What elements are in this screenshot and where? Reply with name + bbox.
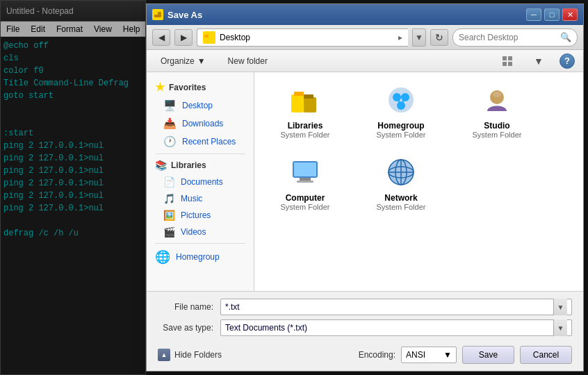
homegroup-large-icon <box>384 83 418 117</box>
libraries-item-name: Libraries <box>288 121 323 131</box>
organize-label: Organize <box>161 56 195 66</box>
address-field[interactable]: Desktop ▸ <box>197 28 408 47</box>
minimize-button[interactable]: ─ <box>526 8 541 21</box>
action-row: ▲ Hide Folders Encoding: ANSI ▼ Save Can… <box>158 340 572 364</box>
nav-item-downloads[interactable]: 📥 Downloads <box>147 115 254 133</box>
favorites-star-icon: ★ <box>155 81 165 94</box>
svg-rect-24 <box>297 181 313 183</box>
dialog-main: ★ Favorites 🖥️ Desktop 📥 Downloads 🕐 Rec… <box>147 72 583 291</box>
svg-rect-3 <box>204 35 209 38</box>
libraries-large-icon <box>288 83 322 117</box>
svg-rect-5 <box>508 56 512 60</box>
nav-item-music[interactable]: 🎵 Music <box>147 190 254 207</box>
encoding-dropdown-arrow: ▼ <box>443 350 452 360</box>
nav-item-documents[interactable]: 📄 Documents <box>147 174 254 190</box>
homegroup-icon: 🌐 <box>155 249 170 265</box>
dialog-toolbar: Organize ▼ New folder ▼ ? <box>147 50 583 72</box>
file-item-network[interactable]: Network System Folder <box>356 150 446 217</box>
network-large-icon <box>384 156 418 189</box>
homegroup-item-name: Homegroup <box>377 121 424 131</box>
studio-large-icon <box>480 83 514 117</box>
titlebar-buttons: ─ □ ✕ <box>526 8 578 21</box>
encoding-label: Encoding: <box>359 350 395 360</box>
file-panel: Libraries System Folder Homegro <box>254 72 583 291</box>
address-bar: ◀ ▶ Desktop ▸ ▼ ↻ 🔍 <box>147 25 583 50</box>
svg-rect-8 <box>291 94 304 112</box>
encoding-select[interactable]: ANSI ▼ <box>401 347 457 363</box>
favorites-header: ★ Favorites <box>147 78 254 97</box>
computer-item-type: System Folder <box>281 203 330 211</box>
recent-places-icon: 🕐 <box>163 135 177 148</box>
organize-arrow-icon: ▼ <box>197 56 206 66</box>
svg-rect-1 <box>154 12 158 15</box>
nav-divider-2 <box>155 243 245 244</box>
filename-field[interactable]: *.txt ▼ <box>220 299 572 315</box>
nav-item-homegroup[interactable]: 🌐 Homegroup <box>147 247 254 267</box>
nav-desktop-label: Desktop <box>182 101 213 110</box>
filename-dropdown-arrow[interactable]: ▼ <box>553 299 567 315</box>
help-button[interactable]: ? <box>560 53 575 69</box>
nav-item-videos[interactable]: 🎬 Videos <box>147 224 254 240</box>
libraries-item-type: System Folder <box>281 131 330 139</box>
close-button[interactable]: ✕ <box>562 8 578 21</box>
refresh-button[interactable]: ↻ <box>430 29 448 46</box>
savetype-dropdown-arrow[interactable]: ▼ <box>553 319 567 336</box>
address-folder-icon <box>203 31 215 44</box>
file-item-homegroup[interactable]: Homegroup System Folder <box>356 78 446 144</box>
dialog-title-icon <box>152 9 163 20</box>
dialog-title: Save As <box>168 10 526 20</box>
hide-folders-button[interactable]: ▲ Hide Folders <box>158 349 222 361</box>
nav-item-desktop[interactable]: 🖥️ Desktop <box>147 97 254 115</box>
svg-rect-11 <box>304 94 313 99</box>
hide-folders-icon: ▲ <box>158 349 170 361</box>
save-button[interactable]: Save <box>462 346 514 364</box>
svg-rect-9 <box>294 92 304 96</box>
nav-panel: ★ Favorites 🖥️ Desktop 📥 Downloads 🕐 Rec… <box>147 72 254 291</box>
cancel-label: Cancel <box>533 350 559 360</box>
libraries-section: 📚 Libraries 📄 Documents 🎵 Music 🖼️ Pictu… <box>147 157 254 240</box>
maximize-button[interactable]: □ <box>544 8 560 21</box>
svg-point-20 <box>493 92 501 97</box>
address-path: Desktop <box>220 33 398 42</box>
file-item-libraries[interactable]: Libraries System Folder <box>260 78 350 144</box>
new-folder-button[interactable]: New folder <box>222 52 273 70</box>
organize-button[interactable]: Organize ▼ <box>155 52 211 70</box>
cancel-button[interactable]: Cancel <box>520 346 572 364</box>
savetype-field[interactable]: Text Documents (*.txt) ▼ <box>220 319 572 336</box>
nav-recent-label: Recent Places <box>182 137 236 147</box>
search-field[interactable]: 🔍 <box>452 28 578 47</box>
file-item-studio[interactable]: Studio System Folder <box>452 78 542 144</box>
nav-item-pictures[interactable]: 🖼️ Pictures <box>147 207 254 224</box>
savetype-value: Text Documents (*.txt) <box>225 323 553 333</box>
svg-rect-23 <box>300 178 311 181</box>
favorites-section: ★ Favorites 🖥️ Desktop 📥 Downloads 🕐 Rec… <box>147 78 254 151</box>
svg-rect-4 <box>503 56 507 60</box>
search-icon: 🔍 <box>560 32 571 42</box>
nav-music-label: Music <box>181 194 202 203</box>
forward-button[interactable]: ▶ <box>174 29 193 46</box>
save-label: Save <box>479 350 498 360</box>
studio-item-name: Studio <box>484 121 509 131</box>
file-item-computer[interactable]: Computer System Folder <box>260 150 350 217</box>
nav-pictures-label: Pictures <box>181 210 211 220</box>
encoding-value: ANSI <box>406 350 443 360</box>
dialog-bottom: File name: *.txt ▼ Save as type: Text Do… <box>147 291 583 371</box>
svg-rect-22 <box>294 162 316 176</box>
desktop-icon: 🖥️ <box>163 99 177 112</box>
network-item-type: System Folder <box>377 203 426 211</box>
nav-divider-1 <box>155 153 245 154</box>
svg-rect-7 <box>508 62 512 66</box>
search-input[interactable] <box>459 33 560 42</box>
filename-row: File name: *.txt ▼ <box>158 299 572 315</box>
nav-item-recent-places[interactable]: 🕐 Recent Places <box>147 133 254 151</box>
view-toggle-button[interactable] <box>498 52 518 70</box>
address-arrow-icon: ▸ <box>398 33 402 42</box>
computer-item-name: Computer <box>286 193 325 203</box>
address-dropdown-button[interactable]: ▼ <box>412 28 426 47</box>
back-button[interactable]: ◀ <box>152 29 170 46</box>
studio-item-type: System Folder <box>473 131 522 139</box>
nav-homegroup-label: Homegroup <box>176 252 220 262</box>
downloads-icon: 📥 <box>163 117 177 130</box>
view-dropdown-button[interactable]: ▼ <box>529 52 548 70</box>
documents-icon: 📄 <box>163 176 175 188</box>
